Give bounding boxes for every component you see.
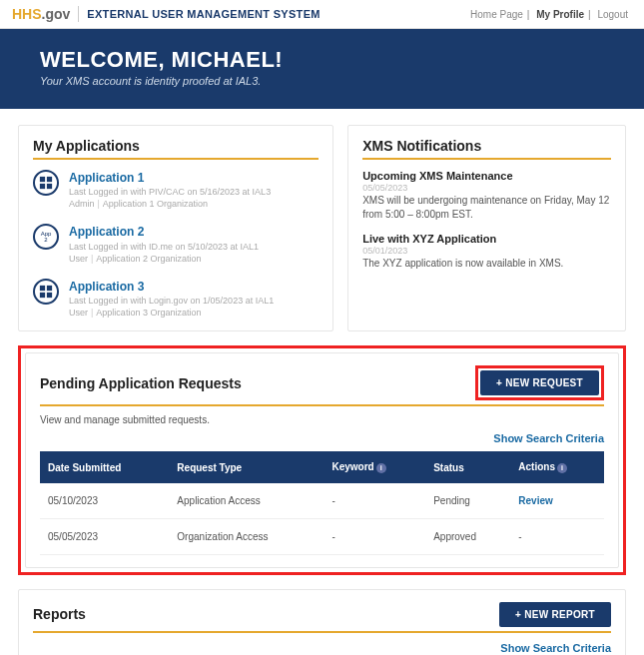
application-role: User [69,254,88,264]
col-date: Date Submitted [40,451,169,482]
cell-status: Approved [425,518,510,554]
home-link[interactable]: Home Page [466,9,527,20]
application-role: Admin [69,199,95,209]
new-request-highlight: + NEW REQUEST [475,365,604,400]
application-last-login: Last Logged in with ID.me on 5/10/2023 a… [69,241,259,253]
application-name: Application 3 [69,279,274,295]
show-search-criteria-link[interactable]: Show Search Criteria [493,432,604,444]
notification-date: 05/01/2023 [362,246,611,256]
app-badge-icon: App2 [33,224,59,250]
application-name: Application 1 [69,170,271,186]
notification-body: XMS will be undergoing maintenance on Fr… [362,194,611,221]
application-org: Application 2 Organization [96,254,201,264]
system-name: EXTERNAL USER MANAGEMENT SYSTEM [87,8,320,20]
my-applications-card: My Applications Application 1 Last Logge… [18,125,333,331]
welcome-heading: WELCOME, MICHAEL! [40,47,604,73]
cell-date: 05/05/2023 [40,518,169,554]
welcome-subtitle: Your XMS account is identity proofed at … [40,75,604,87]
application-org: Application 1 Organization [103,199,208,209]
grid-icon [33,170,59,196]
new-request-button[interactable]: + NEW REQUEST [480,370,599,395]
cell-status: Pending [425,483,510,519]
logo-hhs-text: HHS [12,6,42,22]
reports-panel: Reports + NEW REPORT Show Search Criteri… [18,589,626,655]
logout-link[interactable]: Logout [593,9,632,20]
application-last-login: Last Logged in with Login.gov on 1/05/20… [69,295,274,307]
col-keyword: Keywordi [324,451,426,482]
review-link[interactable]: Review [518,495,552,506]
svg-rect-3 [47,184,52,189]
svg-rect-6 [40,293,45,298]
logo-gov-text: .gov [42,6,71,22]
notification-item: Upcoming XMS Maintenance 05/05/2023 XMS … [362,170,611,221]
show-search-criteria-link[interactable]: Show Search Criteria [500,642,611,654]
col-status: Status [425,451,510,482]
table-row: 05/10/2023 Application Access - Pending … [40,483,604,519]
cell-keyword: - [324,483,426,519]
application-item[interactable]: App2 Application 2 Last Logged in with I… [33,224,319,264]
pending-subtext: View and manage submitted requests. [40,414,604,425]
svg-rect-0 [40,177,45,182]
table-row: 05/05/2023 Organization Access - Approve… [40,518,604,554]
cell-type: Organization Access [169,518,323,554]
notifications-card: XMS Notifications Upcoming XMS Maintenan… [347,125,626,331]
col-actions: Actionsi [510,451,604,482]
topbar: HHS.gov EXTERNAL USER MANAGEMENT SYSTEM … [0,0,644,29]
notifications-title: XMS Notifications [362,138,611,160]
topbar-left: HHS.gov EXTERNAL USER MANAGEMENT SYSTEM [12,6,321,22]
hhs-logo[interactable]: HHS.gov [12,6,70,22]
cell-date: 05/10/2023 [40,483,169,519]
grid-icon [33,279,59,305]
notification-item: Live with XYZ Application 05/01/2023 The… [362,233,611,271]
pending-requests-panel: Pending Application Requests + NEW REQUE… [25,352,619,567]
application-org: Application 3 Organization [96,308,201,318]
application-item[interactable]: Application 1 Last Logged in with PIV/CA… [33,170,319,210]
pending-requests-title: Pending Application Requests [40,375,242,391]
notification-title: Live with XYZ Application [362,233,611,245]
svg-rect-7 [47,293,52,298]
col-type: Request Type [169,451,323,482]
info-icon[interactable]: i [557,463,567,473]
svg-rect-2 [40,184,45,189]
svg-rect-1 [47,177,52,182]
notification-title: Upcoming XMS Maintenance [362,170,611,182]
topbar-links: Home Page| My Profile| Logout [466,9,632,20]
application-item[interactable]: Application 3 Last Logged in with Login.… [33,279,319,319]
application-role: User [69,308,88,318]
notification-date: 05/05/2023 [362,183,611,193]
application-last-login: Last Logged in with PIV/CAC on 5/16/2023… [69,186,271,198]
info-icon[interactable]: i [376,463,386,473]
svg-rect-5 [47,286,52,291]
welcome-banner: WELCOME, MICHAEL! Your XMS account is id… [0,29,644,109]
cell-keyword: - [324,518,426,554]
new-report-button[interactable]: + NEW REPORT [499,602,611,627]
cell-action: - [510,518,604,554]
application-name: Application 2 [69,224,259,240]
pending-requests-highlight: Pending Application Requests + NEW REQUE… [18,345,626,574]
my-applications-title: My Applications [33,138,319,160]
vertical-divider [78,6,79,22]
svg-rect-4 [40,286,45,291]
my-profile-link[interactable]: My Profile [532,9,588,20]
pending-requests-table: Date Submitted Request Type Keywordi Sta… [40,451,604,554]
reports-title: Reports [33,606,86,622]
cell-type: Application Access [169,483,323,519]
notification-body: The XYZ application is now available in … [362,257,611,271]
